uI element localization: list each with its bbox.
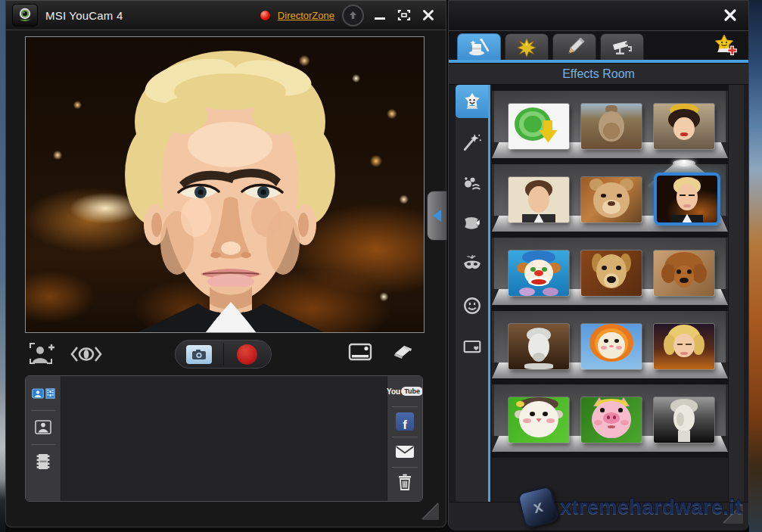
distortion-frame-category[interactable] — [456, 207, 488, 241]
watermark: x xtremehardware.it — [521, 484, 752, 530]
thumb-art — [617, 194, 621, 198]
clear-effect-button[interactable] — [389, 343, 413, 359]
share-column: YouTube f — [387, 376, 422, 501]
thumb-art — [686, 344, 691, 345]
star-face-icon — [462, 92, 482, 111]
shelf-div — [492, 305, 728, 311]
library-tab-photos[interactable] — [26, 410, 61, 444]
youcam-logo-icon — [12, 4, 38, 26]
effect-thumb-poodle[interactable] — [654, 250, 714, 296]
thumb-art — [680, 194, 686, 196]
share-youtube-button[interactable]: YouTube — [387, 376, 422, 406]
watermark-text: xtremehardware.it — [560, 496, 742, 519]
delete-media-button[interactable] — [387, 467, 422, 497]
cctv-camera-icon — [611, 38, 633, 58]
effect-thumb-golden-dog[interactable] — [581, 250, 642, 296]
effect-thumb-blonde-man-avatar[interactable] — [654, 173, 720, 226]
thumb-art — [680, 278, 688, 283]
thumb-art — [677, 344, 683, 345]
mirror-flip-button[interactable] — [70, 345, 103, 363]
share-facebook-button[interactable]: f — [387, 406, 422, 437]
effect-thumb-terracotta-warrior[interactable] — [581, 104, 642, 149]
effects-room-title: Effects Room — [562, 67, 635, 81]
record-button[interactable] — [224, 341, 272, 368]
maximize-button[interactable] — [396, 7, 412, 23]
gadgets-tab[interactable] — [505, 33, 549, 61]
effect-thumb-pig-plush[interactable] — [581, 397, 642, 443]
desktop-wallpaper-right — [749, 0, 762, 532]
window-title: MSI YouCam 4 — [45, 9, 123, 22]
shelf-div — [492, 85, 728, 91]
thumb-art — [614, 339, 619, 343]
close-button[interactable] — [420, 7, 437, 23]
avatar-face — [26, 37, 424, 332]
effect-thumb-download-more[interactable] — [509, 104, 569, 149]
asterisk-icon — [516, 37, 537, 58]
draw-tab[interactable] — [552, 33, 596, 61]
media-library: YouTube f — [25, 375, 423, 502]
warped-frame-butterfly-icon — [462, 214, 482, 234]
thumb-art — [519, 288, 535, 296]
minimize-button[interactable] — [372, 7, 388, 23]
thumb-art — [692, 334, 704, 354]
main-window: MSI YouCam 4 DirectorZone — [5, 0, 446, 527]
effect-thumb-lion-plush[interactable] — [581, 324, 642, 369]
thumb-art — [533, 353, 545, 362]
emoticon-category[interactable] — [456, 289, 488, 322]
thumb-art — [687, 269, 692, 273]
surveillance-tab[interactable] — [600, 33, 644, 61]
upload-button[interactable] — [342, 5, 364, 26]
shelf-row — [492, 305, 728, 378]
smiley-icon — [462, 296, 482, 316]
face-tracking-button[interactable] — [29, 342, 58, 365]
directorzone-link[interactable]: DirectorZone — [278, 10, 334, 21]
effects-room-tab[interactable] — [457, 33, 501, 61]
shelf-div — [492, 232, 728, 238]
chevron-left-icon — [433, 210, 441, 222]
mask-category[interactable] — [456, 248, 488, 282]
thumb-art — [678, 431, 690, 441]
magic-wand-category[interactable] — [456, 126, 488, 159]
add-effect-button[interactable] — [710, 33, 742, 60]
resize-grip[interactable] — [422, 503, 439, 520]
thumb-art — [603, 123, 620, 139]
thumb-art — [531, 279, 547, 285]
effect-thumb-sheep-plush[interactable] — [509, 397, 569, 443]
avatar-category[interactable] — [456, 85, 488, 118]
thumb-art — [524, 363, 553, 369]
thumb-art — [542, 267, 547, 272]
effects-tab-bar — [449, 31, 748, 63]
snapshot-button[interactable] — [176, 341, 223, 368]
effect-thumb-clown[interactable] — [509, 250, 569, 296]
panel-collapse-handle[interactable] — [427, 191, 447, 241]
effects-grid — [492, 85, 728, 502]
category-accent-line — [488, 85, 490, 502]
library-tab-videos[interactable] — [26, 444, 61, 478]
effect-thumb-david-statue[interactable] — [654, 397, 714, 443]
library-tab-all-media[interactable] — [26, 376, 61, 410]
xtremehardware-logo: x — [517, 485, 559, 529]
effect-thumb-lincoln-statue[interactable] — [509, 324, 569, 369]
scrollbar-track[interactable] — [728, 85, 744, 502]
share-email-button[interactable] — [387, 437, 422, 467]
effect-thumb-geisha[interactable] — [654, 104, 714, 149]
magic-wand-icon — [462, 132, 482, 152]
thumb-art — [676, 269, 681, 273]
thumb-art — [603, 412, 620, 423]
shelf-row — [492, 158, 728, 232]
effect-thumb-blonde-woman-avatar[interactable] — [654, 324, 714, 369]
effects-close-button[interactable] — [721, 6, 739, 24]
presentation-mode-button[interactable] — [348, 343, 372, 361]
email-icon — [395, 445, 415, 459]
library-content-empty — [61, 376, 387, 501]
magic-hat-icon — [466, 38, 492, 58]
capture-pill — [175, 340, 272, 369]
particle-category[interactable] — [456, 166, 488, 200]
effect-thumb-teddy-bear[interactable] — [581, 177, 642, 222]
trash-icon — [398, 474, 412, 490]
shelf-row — [492, 378, 728, 452]
effect-thumb-male-avatar[interactable] — [509, 177, 569, 222]
thumb-art — [600, 408, 605, 412]
thumb-art — [618, 408, 623, 412]
photo-frame-category[interactable] — [456, 330, 488, 363]
